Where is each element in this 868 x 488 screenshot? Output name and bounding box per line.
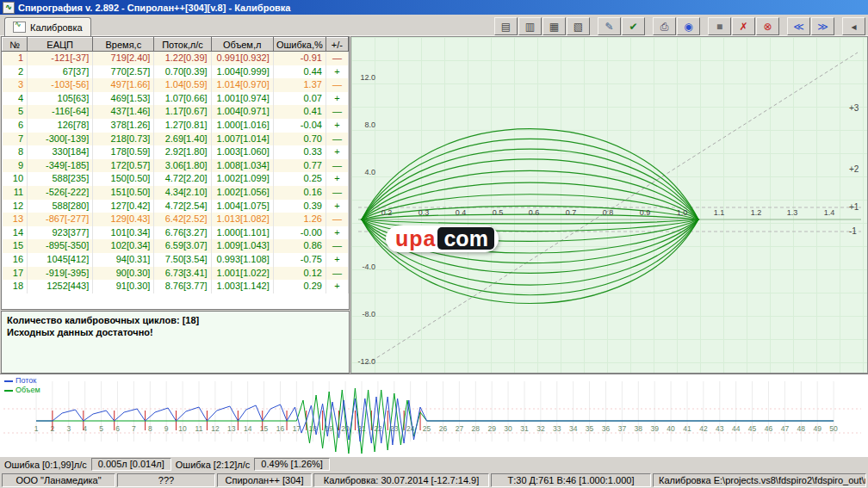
table-row[interactable]: 11-526[-222]151[0.50]4.34[2.10]1.002[1.0…: [3, 186, 349, 200]
table-cell-n: 15: [3, 239, 28, 253]
watermark-upa-text: upa: [395, 227, 436, 250]
accept-button[interactable]: ✔: [622, 17, 645, 35]
table-cell-err: 0.16: [273, 186, 326, 200]
table-cell-flow: 0.70[0.39]: [154, 65, 211, 79]
table-cell-vol: 0.991[0.932]: [211, 52, 273, 65]
table-cell-n: 10: [3, 172, 28, 186]
panel-toggle-button[interactable]: ◂: [842, 17, 865, 35]
table-row[interactable]: 10588[235]150[0.50]4.72[2.20]1.002[1.099…: [3, 172, 349, 186]
table-cell-sign: —: [326, 267, 348, 281]
table-cell-time: 129[0.43]: [93, 213, 154, 226]
next-button[interactable]: ≫: [811, 17, 834, 35]
strip-tick-label: 43: [716, 424, 724, 433]
table-row[interactable]: 8330[184]178[0.59]2.92[1.80]1.003[1.060]…: [3, 145, 349, 159]
table-row[interactable]: 267[37]770[2.57]0.70[0.39]1.004[0.999]0.…: [3, 65, 349, 79]
close-button[interactable]: ⊗: [756, 17, 779, 35]
table-cell-vol: 1.002[1.099]: [211, 172, 273, 186]
table-cell-flow: 3.06[1.80]: [154, 159, 211, 173]
table-row[interactable]: 7-300[-139]218[0.73]2.69[1.40]1.007[1.01…: [3, 133, 349, 146]
column-header[interactable]: ЕАЦП: [28, 38, 93, 52]
table-row[interactable]: 9-349[-185]172[0.57]3.06[1.80]1.008[1.03…: [3, 159, 349, 173]
table-cell-vol: 1.007[1.014]: [211, 133, 273, 146]
table-cell-vol: 1.008[1.034]: [211, 159, 273, 173]
zoom-button[interactable]: ◉: [677, 17, 700, 35]
bottom-status-bar: ООО "Ланамедика" ??? Спиролан++ [304] Ка…: [0, 472, 868, 488]
table-cell-vol: 1.001[0.974]: [211, 92, 273, 106]
flow-legend-label: Поток: [16, 376, 36, 386]
strip-tick-label: 9: [164, 424, 169, 433]
table-row[interactable]: 17-919[-395]90[0.30]6.73[3.41]1.001[1.02…: [3, 267, 349, 281]
table-cell-err: 0.41: [273, 105, 326, 119]
table-cell-vol: 1.003[1.060]: [211, 145, 273, 159]
table-cell-n: 5: [3, 105, 28, 119]
table-cell-flow: 4.72[2.54]: [154, 200, 211, 213]
table-cell-err: 0.70: [273, 133, 326, 146]
flow-volume-chart-panel[interactable]: 12.08.04.0-4.0-8.0-12.00.20.30.40.50.60.…: [350, 36, 868, 374]
x-axis-label: 0.4: [456, 208, 467, 217]
x-axis-label: 0.7: [566, 208, 577, 217]
right-axis-label: +1: [849, 202, 859, 212]
strip-tick-label: 8: [148, 424, 152, 433]
table-cell-err: 0.39: [273, 200, 326, 213]
x-axis-label: 1.2: [751, 208, 762, 217]
table-row[interactable]: 12588[280]127[0.42]4.72[2.54]1.004[1.075…: [3, 200, 349, 213]
table-cell-flow: 7.50[3.54]: [154, 253, 211, 267]
application-window: ∿ Спирография v. 2.892 - Спиролан++[304]…: [0, 0, 868, 488]
tab-calibration[interactable]: Калибровка: [4, 17, 91, 36]
title-bar[interactable]: ∿ Спирография v. 2.892 - Спиролан++[304]…: [0, 0, 868, 15]
strip-tick-label: 50: [829, 424, 838, 433]
table-row[interactable]: 14923[377]101[0.34]6.76[3.27]1.000[1.101…: [3, 226, 349, 240]
table-cell-eacp: -300[-139]: [28, 133, 93, 146]
table-row[interactable]: 4105[63]469[1.53]1.07[0.66]1.001[0.974]0…: [3, 92, 349, 106]
table-cell-n: 18: [3, 280, 28, 293]
signal-strip-panel[interactable]: Поток Объем 1234567891011121314151617181…: [0, 374, 868, 457]
table-row[interactable]: 13-867[-277]129[0.43]6.42[2.52]1.013[1.0…: [3, 213, 349, 226]
column-header[interactable]: Поток,л/с: [154, 38, 211, 52]
column-header[interactable]: Ошибка,%: [273, 38, 326, 52]
table-body: 1-121[-37]719[2.40]1.22[0.39]0.991[0.932…: [3, 52, 349, 293]
table-cell-err: -0.75: [273, 253, 326, 267]
table-cell-time: 378[1.26]: [93, 119, 154, 133]
table-row[interactable]: 181252[443]91[0.30]8.76[3.77]1.003[1.142…: [3, 280, 349, 293]
table-cell-time: 94[0.31]: [93, 253, 154, 267]
table-cell-time: 719[2.40]: [93, 52, 154, 65]
table-cell-err: -0.00: [273, 226, 326, 240]
table-cell-sign: +: [326, 172, 348, 186]
table-cell-eacp: -526[-222]: [28, 186, 93, 200]
table-row[interactable]: 5-116[-64]437[1.46]1.17[0.67]1.004[0.971…: [3, 105, 349, 119]
edit-button[interactable]: ✎: [598, 17, 621, 35]
volume-error-label: Ошибка [2:12]л/с: [176, 460, 251, 470]
x-axis-label: 1.0: [677, 208, 688, 217]
table-row[interactable]: 3-103[-56]497[1.66]1.04[0.59]1.014[0.970…: [3, 78, 349, 92]
table-cell-time: 90[0.30]: [93, 267, 154, 281]
column-header[interactable]: +/-: [326, 38, 348, 52]
strip-tick-label: 33: [553, 424, 561, 433]
table-cell-flow: 4.34[2.10]: [154, 186, 211, 200]
table-cell-n: 17: [3, 267, 28, 281]
table-cell-eacp: 105[63]: [28, 92, 93, 106]
table-cell-eacp: -867[-277]: [28, 213, 93, 226]
table-row[interactable]: 6126[78]378[1.26]1.27[0.81]1.000[1.016]-…: [3, 119, 349, 133]
view-grid-button[interactable]: ▧: [567, 17, 590, 35]
delete-button[interactable]: ✗: [732, 17, 755, 35]
calibration-tab-icon: [13, 22, 26, 33]
print-button[interactable]: ⎙: [653, 17, 676, 35]
x-axis-label: 1.4: [824, 208, 835, 217]
table-row[interactable]: 15-895[-350]102[0.34]6.59[3.07]1.009[1.0…: [3, 239, 349, 253]
column-header[interactable]: №: [3, 38, 28, 52]
table-row[interactable]: 1-121[-37]719[2.40]1.22[0.39]0.991[0.932…: [3, 52, 349, 65]
table-row[interactable]: 161045[412]94[0.31]7.50[3.54]0.993[1.108…: [3, 253, 349, 267]
view-mixed-button[interactable]: ▥: [518, 17, 542, 35]
y-axis-label: 4.0: [364, 168, 375, 176]
view-table-button[interactable]: ▤: [494, 17, 518, 35]
strip-tick-label: 40: [666, 424, 675, 433]
column-header[interactable]: Время,с: [93, 38, 154, 52]
view-graph-button[interactable]: ▦: [542, 17, 566, 35]
stop-button[interactable]: ■: [708, 17, 731, 35]
prev-button[interactable]: ≪: [787, 17, 810, 35]
column-header[interactable]: Объем,л: [211, 38, 273, 52]
table-cell-vol: 1.000[1.016]: [211, 119, 273, 133]
table-cell-vol: 1.004[1.075]: [211, 200, 273, 213]
table-cell-time: 770[2.57]: [93, 65, 154, 79]
y-axis-label: 8.0: [364, 120, 375, 129]
